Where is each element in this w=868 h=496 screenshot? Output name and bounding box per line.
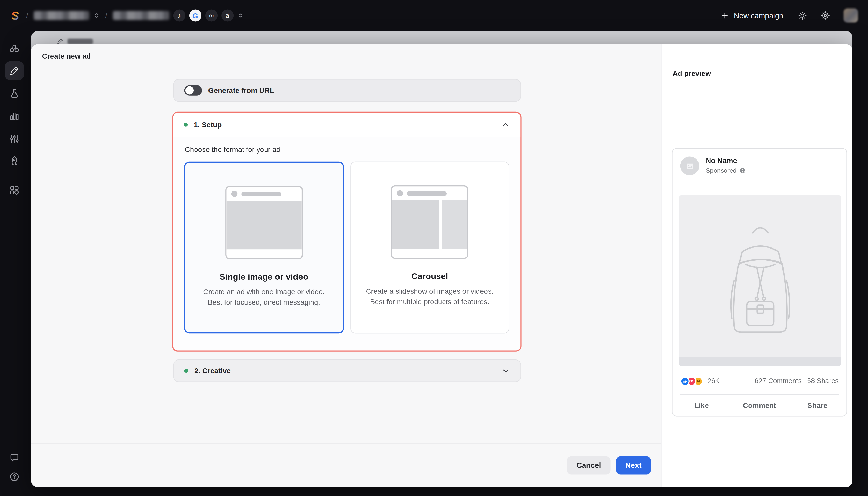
mock-text-line xyxy=(241,192,281,196)
page-name: No Name xyxy=(706,156,745,165)
format-description: Create an ad with one image or video. Be… xyxy=(199,286,329,307)
account-name-redacted[interactable] xyxy=(34,11,89,20)
pen-icon xyxy=(9,65,20,76)
preview-actions-row: Like Comment Share xyxy=(673,395,847,416)
generate-from-url-row: Generate from URL xyxy=(173,79,521,102)
screen: / / ♪ G ∞ a New campaign xyxy=(0,0,868,496)
mock-text-line xyxy=(407,191,447,195)
generate-from-url-toggle[interactable] xyxy=(184,85,202,96)
sidebar-item-reports[interactable] xyxy=(9,111,20,122)
pen-icon xyxy=(57,38,64,45)
carousel-post-mock xyxy=(391,185,468,259)
new-campaign-button[interactable]: New campaign xyxy=(720,11,783,20)
setup-section-label: 1. Setup xyxy=(194,121,222,129)
creative-section-header[interactable]: 2. Creative xyxy=(173,359,521,382)
sponsored-label: Sponsored xyxy=(706,167,736,174)
setup-section-header[interactable]: 1. Setup xyxy=(173,113,521,137)
modal-main: Generate from URL 1. Setup Choose the fo… xyxy=(31,44,661,487)
sidebar-item-launch[interactable] xyxy=(9,155,20,167)
format-options: Single image or video Create an ad with … xyxy=(184,161,509,334)
campaign-name-redacted[interactable] xyxy=(113,11,169,20)
preview-header: No Name Sponsored xyxy=(673,149,847,188)
bar-chart-icon xyxy=(9,111,20,122)
account-switcher-chevron-icon[interactable] xyxy=(93,12,100,19)
comments-count: 627 Comments xyxy=(754,377,802,385)
shares-count: 58 Shares xyxy=(807,377,839,385)
next-button[interactable]: Next xyxy=(616,456,651,475)
sidebar-item-integrations[interactable] xyxy=(9,185,20,196)
sidebar-item-creative[interactable] xyxy=(5,61,24,80)
theme-sun-icon[interactable] xyxy=(798,11,807,20)
mock-avatar xyxy=(231,191,237,197)
background-tab-text-redacted xyxy=(68,38,93,44)
single-post-mock xyxy=(225,186,303,259)
reactions-count: 26K xyxy=(707,377,720,385)
google-icon: G xyxy=(189,9,201,21)
breadcrumb-separator: / xyxy=(105,11,107,20)
ad-preview-panel: Ad preview No Name Sponsored xyxy=(661,44,853,487)
flask-icon xyxy=(9,88,20,99)
tiktok-icon: ♪ xyxy=(173,9,185,21)
format-title: Single image or video xyxy=(220,272,308,282)
image-placeholder-icon xyxy=(686,162,694,170)
new-campaign-label: New campaign xyxy=(734,11,783,20)
globe-icon xyxy=(739,167,746,173)
modal-footer: Cancel Next xyxy=(31,443,661,487)
cancel-button[interactable]: Cancel xyxy=(567,456,611,475)
platform-switcher-chevron-icon[interactable] xyxy=(237,12,244,19)
status-dot xyxy=(184,369,188,373)
sidebar-item-explore[interactable] xyxy=(9,42,20,54)
help-icon xyxy=(9,471,20,482)
format-card-single[interactable]: Single image or video Create an ad with … xyxy=(184,161,344,334)
meta-icon: ∞ xyxy=(205,9,218,21)
mock-carousel-area xyxy=(392,200,467,249)
page-avatar xyxy=(680,156,699,175)
preview-image-footer-strip xyxy=(679,357,841,366)
chevron-up-icon xyxy=(502,121,510,129)
rocket-icon xyxy=(9,155,20,167)
platform-a-icon: a xyxy=(221,9,234,21)
format-description: Create a slideshow of images or videos. … xyxy=(365,286,494,307)
generate-from-url-label: Generate from URL xyxy=(208,86,274,94)
like-reaction-icon xyxy=(680,376,690,386)
settings-gear-icon[interactable] xyxy=(821,11,830,21)
format-prompt: Choose the format for your ad xyxy=(185,145,521,154)
brand-logo[interactable] xyxy=(10,10,21,21)
format-card-carousel[interactable]: Carousel Create a slideshow of images or… xyxy=(350,161,509,334)
plus-icon xyxy=(720,11,729,20)
setup-section: 1. Setup Choose the format for your ad S… xyxy=(172,112,521,352)
backpack-illustration xyxy=(703,213,817,348)
left-sidebar xyxy=(0,31,29,496)
sidebar-item-experiments[interactable] xyxy=(9,88,20,99)
toggle-knob xyxy=(185,86,194,94)
mock-image-area xyxy=(226,201,301,250)
ad-preview-card: No Name Sponsored xyxy=(672,148,847,416)
ad-preview-title: Ad preview xyxy=(673,69,711,77)
chevron-down-icon xyxy=(502,367,510,375)
comment-action: Comment xyxy=(731,401,789,409)
sidebar-item-help[interactable] xyxy=(9,471,20,482)
create-new-ad-modal: Create new ad Generate from URL 1. Setup… xyxy=(31,44,853,487)
like-action: Like xyxy=(673,401,731,409)
chat-bubble-icon xyxy=(9,452,20,464)
apps-grid-icon xyxy=(9,185,20,196)
preview-ad-image xyxy=(679,195,841,366)
status-dot xyxy=(184,123,188,127)
breadcrumb-separator: / xyxy=(26,11,28,20)
top-bar: / / ♪ G ∞ a New campaign xyxy=(0,0,868,31)
sidebar-item-support-chat[interactable] xyxy=(9,452,20,464)
engagement-row: ♥ 26K 627 Comments 58 Shares xyxy=(673,371,847,391)
sidebar-item-settings[interactable] xyxy=(9,133,20,144)
sliders-icon xyxy=(9,133,20,144)
creative-section-label: 2. Creative xyxy=(194,367,231,375)
mock-avatar xyxy=(397,190,403,196)
format-title: Carousel xyxy=(411,272,448,281)
share-action: Share xyxy=(789,401,846,409)
avatar[interactable] xyxy=(844,8,858,23)
background-page-tab xyxy=(57,38,93,45)
